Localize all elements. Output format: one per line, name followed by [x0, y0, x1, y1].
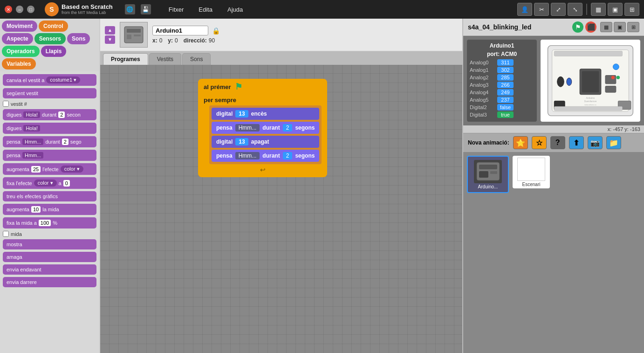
anim-btn-star2[interactable]: ☆	[532, 136, 547, 149]
block-mostra[interactable]: mostra	[3, 239, 96, 249]
view-btn-3[interactable]: ⊞	[624, 3, 639, 16]
window-controls: ✕ – □	[5, 6, 34, 13]
loop-block[interactable]: per sempre digital 13 encès pensa Hmm...	[198, 95, 327, 177]
block-digues-durant[interactable]: digues Hola! durant 2 secon	[3, 109, 96, 120]
tab-programes[interactable]: Programes	[103, 53, 148, 65]
blocks-panel: canvia el vestit a costume1 ▾ següent ve…	[0, 71, 99, 353]
main-area: Moviment Control Aspecte Sensors Sons Op…	[0, 19, 644, 353]
menu-fitxer[interactable]: Fitxer	[166, 4, 187, 15]
anim-btn-upload[interactable]: ⬆	[569, 136, 584, 149]
view-btn-2[interactable]: ▣	[608, 3, 623, 16]
arduino-image: Arduino Duemilanove www.arduino.cc	[541, 40, 640, 122]
green-flag-button[interactable]: ⚑	[572, 21, 583, 33]
svg-rect-25	[490, 171, 497, 174]
toolbar-btn-1[interactable]: 👤	[517, 3, 532, 16]
save-icon[interactable]: 💾	[141, 4, 151, 14]
block-pensa[interactable]: pensa Hmm...	[3, 150, 96, 161]
cat-variables[interactable]: Variables	[2, 58, 36, 69]
toolbar-btn-3[interactable]: ⤢	[551, 3, 566, 16]
block-digues[interactable]: digues Hola!	[3, 123, 96, 134]
svg-rect-3	[134, 35, 141, 36]
block-augmenta-mida[interactable]: augmenta 10 la mida	[3, 204, 96, 215]
code-blocks[interactable]: al prémer ⚑ per sempre digital 13 encès	[198, 79, 327, 177]
block-envia-endavant[interactable]: envia endavant	[3, 264, 96, 275]
svg-point-15	[613, 64, 619, 70]
stop-button[interactable]: ⬛	[585, 21, 596, 33]
svg-rect-21	[554, 106, 622, 111]
analog3-row: Analog3 266	[470, 82, 534, 88]
svg-point-16	[617, 76, 620, 79]
cat-operadors[interactable]: Operadors	[2, 46, 40, 57]
sprite-name-input[interactable]	[152, 26, 208, 35]
close-button[interactable]: ✕	[5, 6, 12, 13]
maximize-button[interactable]: □	[27, 6, 34, 13]
analog2-row: Analog2 285	[470, 74, 534, 81]
analog4-row: Analog4 249	[470, 89, 534, 96]
loop-body: digital 13 encès pensa Hmm... durant 2 s…	[209, 105, 322, 164]
block-pensa-durant[interactable]: pensa Hmm... durant 2 sego	[3, 136, 96, 147]
block-augmenta-efecte[interactable]: augmenta 25 l'efecte color ▾	[3, 163, 96, 175]
menu-edita[interactable]: Edita	[196, 4, 215, 15]
block-treu-efectes[interactable]: treu els efectes gràfics	[3, 191, 96, 201]
app-logo: S Based on Scratch from the MIT Media La…	[45, 2, 113, 16]
cat-sons[interactable]: Sons	[67, 33, 90, 44]
toolbar-btn-2[interactable]: ✂	[534, 3, 549, 16]
tab-vestits[interactable]: Vestits	[149, 53, 181, 65]
svg-text:Arduino: Arduino	[586, 97, 595, 99]
svg-rect-1	[127, 29, 141, 33]
cat-moviment[interactable]: Moviment	[2, 21, 37, 32]
stage-view-icons: ▦ ▣ ⊞	[600, 22, 639, 32]
stage-controls: ⚑ ⬛	[572, 21, 596, 33]
block-digital-on[interactable]: digital 13 encès	[212, 108, 319, 120]
analog1-row: Analog1 302	[470, 67, 534, 73]
view-medium[interactable]: ▣	[614, 22, 626, 32]
digital2-row: Digital2 false	[470, 104, 534, 111]
block-think-1[interactable]: pensa Hmm... durant 2 segons	[212, 122, 319, 134]
block-vestit-num[interactable]: vestit #	[3, 101, 96, 107]
digital3-row: Digital3 true	[470, 111, 534, 118]
cat-sensors[interactable]: Sensors	[34, 33, 66, 44]
arduino-title-1: Arduino1	[470, 42, 534, 49]
sprite-arduino[interactable]: Arduino...	[467, 156, 509, 193]
view-large[interactable]: ⊞	[627, 22, 639, 32]
cat-aspecte[interactable]: Aspecte	[2, 33, 33, 44]
svg-point-17	[611, 76, 615, 79]
cat-control[interactable]: Control	[39, 21, 68, 32]
block-canvia-vestit[interactable]: canvia el vestit a costume1 ▾	[3, 74, 96, 86]
globe-icon[interactable]: 🌐	[125, 4, 135, 14]
anim-btn-question[interactable]: ?	[550, 136, 565, 149]
hat-block[interactable]: al prémer ⚑	[198, 79, 327, 95]
view-small[interactable]: ▦	[600, 22, 612, 32]
menu-ajuda[interactable]: Ajuda	[225, 4, 246, 15]
anim-btn-camera[interactable]: 📷	[588, 136, 603, 149]
block-envia-darrere[interactable]: envia darrere	[3, 277, 96, 287]
toolbar-btn-4[interactable]: ⤡	[568, 3, 582, 16]
view-btn-1[interactable]: ▦	[591, 3, 606, 16]
stage-header: s4a_04_blinking_led ⚑ ⬛ ▦ ▣ ⊞	[463, 19, 644, 36]
cat-llapis[interactable]: Llapis	[41, 46, 67, 57]
stage-coordinates: x: -457 y: -163	[463, 125, 644, 133]
sprites-area: Arduino... Escenari	[463, 152, 644, 353]
block-amaga[interactable]: amaga	[3, 252, 96, 262]
canvas-area: al prémer ⚑ per sempre digital 13 encès	[100, 65, 462, 353]
script-tabs: Programes Vestits Sons	[100, 51, 462, 65]
sprite-nav-down[interactable]: ▼	[105, 35, 115, 44]
anim-btn-folder[interactable]: 📁	[606, 136, 621, 149]
toolbar-icons: 👤 ✂ ⤢ ⤡ ▦ ▣ ⊞	[517, 3, 639, 16]
svg-rect-23	[479, 165, 497, 169]
sprite-escenari[interactable]: Escenari	[513, 156, 550, 188]
block-fixa-efecte[interactable]: fixa l'efecte color ▾ a 0	[3, 177, 96, 189]
lock-icon: 🔒	[212, 27, 220, 35]
block-fixa-mida[interactable]: fixa la mida a 100 %	[3, 217, 96, 228]
sprite-nav-up[interactable]: ▲	[105, 26, 115, 35]
block-seguent-vestit[interactable]: següent vestit	[3, 88, 96, 98]
block-think-2[interactable]: pensa Hmm... durant 2 segons	[212, 150, 319, 162]
sprite-info: 🔒 x: 0 y: 0 direcció: 90	[152, 26, 220, 44]
minimize-button[interactable]: –	[16, 6, 23, 13]
block-mida[interactable]: mida	[3, 231, 96, 237]
sprite-coords: x: 0 y: 0 direcció: 90	[152, 37, 220, 44]
categories: Moviment Control Aspecte Sensors Sons Op…	[0, 19, 99, 71]
block-digital-off[interactable]: digital 13 apagat	[212, 136, 319, 148]
anim-btn-star[interactable]: ⭐	[513, 136, 528, 149]
tab-sons[interactable]: Sons	[182, 53, 211, 65]
